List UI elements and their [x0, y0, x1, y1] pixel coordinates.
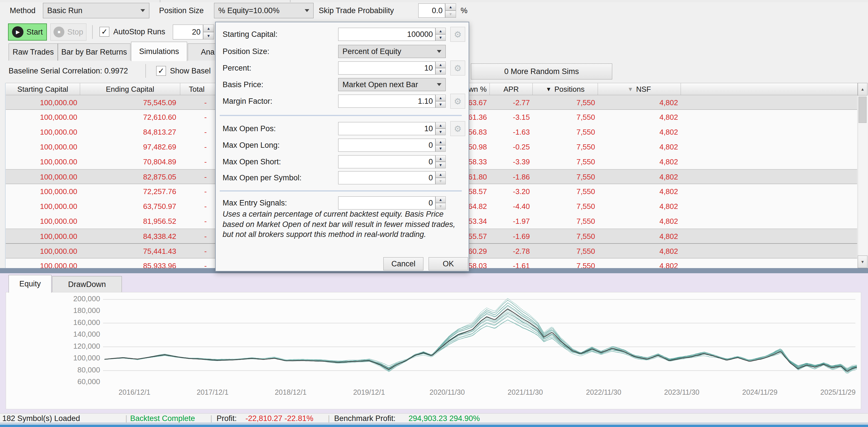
dialog-spinner: ▲▼ — [435, 171, 446, 184]
tab-drawdown[interactable]: DrawDown — [52, 276, 122, 293]
cell-nsf: 4,802 — [609, 258, 678, 268]
ok-button[interactable]: OK — [429, 257, 468, 270]
dialog-input-8[interactable]: 0 — [338, 171, 435, 184]
cell-positions: 7,550 — [538, 199, 595, 214]
autostop-spinner: ▲ ▼ — [203, 25, 214, 39]
dialog-input-4[interactable]: 1.10 — [338, 95, 435, 108]
start-button[interactable]: ▶ Start — [8, 24, 47, 41]
dialog-select-1[interactable]: Percent of Equity — [338, 45, 446, 58]
spin-up-icon[interactable]: ▲ — [445, 3, 456, 10]
column-header-Ending Capital[interactable]: Ending Capital — [80, 83, 180, 95]
dialog-input-2[interactable]: 10 — [338, 61, 435, 75]
dialog-input-value: 0 — [429, 158, 433, 166]
gear-icon[interactable]: ⚙ — [450, 61, 465, 75]
cell-starting: 100,000.00 — [8, 214, 77, 229]
method-select[interactable]: Basic Run — [43, 3, 149, 18]
column-header-Starting Capital[interactable]: Starting Capital — [6, 83, 80, 95]
gear-icon[interactable]: ⚙ — [450, 121, 465, 136]
spin-down-icon[interactable]: ▼ — [435, 34, 446, 41]
spin-up-icon[interactable]: ▲ — [203, 25, 214, 32]
skip-trade-probability-input[interactable]: 0.0 — [418, 3, 445, 18]
show-baseline-checkbox[interactable]: ✓ — [156, 66, 166, 76]
spin-down-icon[interactable]: ▼ — [435, 145, 446, 152]
spin-up-icon[interactable]: ▲ — [435, 155, 446, 162]
column-header-filler[interactable] — [681, 83, 858, 95]
cell-positions: 7,550 — [538, 214, 595, 229]
scroll-up-button[interactable]: ▲ — [858, 83, 867, 95]
dialog-separator — [220, 190, 462, 192]
chevron-down-icon — [437, 83, 441, 86]
tab-simulations[interactable]: Simulations — [131, 42, 187, 61]
y-axis-tick-label: 60,000 — [40, 377, 100, 386]
toolbar-separator — [92, 25, 93, 39]
cell-positions: 7,550 — [538, 154, 595, 169]
dialog-select-3[interactable]: Market Open next Bar — [338, 78, 446, 91]
gear-icon[interactable]: ⚙ — [450, 94, 465, 109]
y-axis-tick-label: 80,000 — [40, 366, 100, 374]
dialog-spinner: ▲▼ — [435, 61, 446, 75]
cell-ending: 85,933.96 — [86, 258, 176, 268]
spin-down-icon[interactable]: ▼ — [435, 68, 446, 75]
spin-up-icon[interactable]: ▲ — [435, 28, 446, 34]
stop-button[interactable]: ■ Stop — [50, 24, 86, 41]
column-header-Positions[interactable]: ▼Positions — [533, 83, 598, 95]
column-header-NSF[interactable]: ▼NSF — [598, 83, 681, 95]
dialog-input-6[interactable]: 0 — [338, 139, 435, 152]
play-icon: ▶ — [12, 26, 24, 38]
dialog-input-0[interactable]: 100000 — [338, 28, 435, 41]
spin-up-icon[interactable]: ▲ — [435, 95, 446, 101]
spin-down-icon[interactable]: ▼ — [435, 162, 446, 168]
tab-bar-by-bar-returns[interactable]: Bar by Bar Returns — [58, 43, 130, 61]
spin-down-icon[interactable]: ▼ — [435, 203, 446, 209]
spin-up-icon[interactable]: ▲ — [435, 196, 446, 203]
tab-label: Simulations — [139, 47, 179, 56]
dialog-select-value: Percent of Equity — [342, 47, 435, 56]
spin-down-icon[interactable]: ▼ — [203, 32, 214, 39]
tab-raw-trades[interactable]: Raw Trades — [8, 43, 58, 61]
gear-icon[interactable]: ⚙ — [450, 27, 465, 42]
dialog-input-5[interactable]: 10 — [338, 122, 435, 135]
dialog-input-value: 100000 — [407, 30, 433, 39]
position-size-select[interactable]: % Equity=10.00% — [214, 3, 314, 18]
scroll-down-button[interactable]: ▼ — [858, 256, 867, 268]
more-random-sims-label: 0 More Random Sims — [504, 67, 579, 76]
autostop-checkbox[interactable]: ✓ — [99, 27, 109, 37]
chevron-down-icon — [305, 9, 309, 12]
spin-down-icon[interactable]: ▼ — [435, 129, 446, 135]
bottom-accent-bar — [0, 425, 868, 427]
cell-apr: -1.69 — [490, 229, 530, 244]
cell-positions: 7,550 — [538, 169, 595, 184]
autostop-runs-input[interactable]: 20 — [173, 25, 203, 39]
column-header-label: Positions — [554, 85, 585, 94]
x-axis-tick-label: 2024/11/29 — [733, 388, 787, 396]
more-random-sims-button[interactable]: 0 More Random Sims — [471, 63, 612, 79]
spin-up-icon[interactable]: ▲ — [435, 139, 446, 145]
x-axis-tick-label: 2021/11/30 — [498, 388, 553, 396]
dialog-field-label: Starting Capital: — [223, 30, 278, 39]
dialog-input-value: 0 — [429, 141, 433, 150]
simulation-equity-line — [104, 310, 857, 370]
cell-starting: 100,000.00 — [8, 229, 77, 244]
dialog-input-7[interactable]: 0 — [338, 155, 435, 168]
dialog-field-label: Margin Factor: — [223, 97, 272, 106]
start-button-label: Start — [26, 28, 43, 37]
spin-down-icon[interactable]: ▼ — [435, 101, 446, 108]
subbar-separator — [145, 64, 146, 78]
spin-down-icon[interactable]: ▼ — [445, 10, 456, 18]
tab-equity[interactable]: Equity — [8, 275, 52, 293]
spin-up-icon[interactable]: ▲ — [435, 122, 446, 129]
cell-apr: -1.86 — [490, 169, 530, 184]
sort-arrow-icon: ▼ — [546, 86, 552, 93]
cell-ending: 63,750.97 — [86, 199, 176, 214]
cell-apr: -1.63 — [490, 125, 530, 139]
spin-up-icon[interactable]: ▲ — [435, 61, 446, 68]
spin-down-icon[interactable]: ▼ — [435, 178, 446, 184]
scrollbar-thumb[interactable] — [859, 97, 867, 123]
dialog-input-9[interactable]: 0 — [338, 196, 435, 209]
dialog-spinner: ▲▼ — [435, 95, 446, 108]
cell-nsf: 4,802 — [609, 95, 678, 110]
y-axis-tick-label: 120,000 — [40, 342, 100, 351]
column-header-APR[interactable]: APR — [490, 83, 533, 95]
cancel-button[interactable]: Cancel — [383, 257, 424, 270]
spin-up-icon[interactable]: ▲ — [435, 171, 446, 178]
